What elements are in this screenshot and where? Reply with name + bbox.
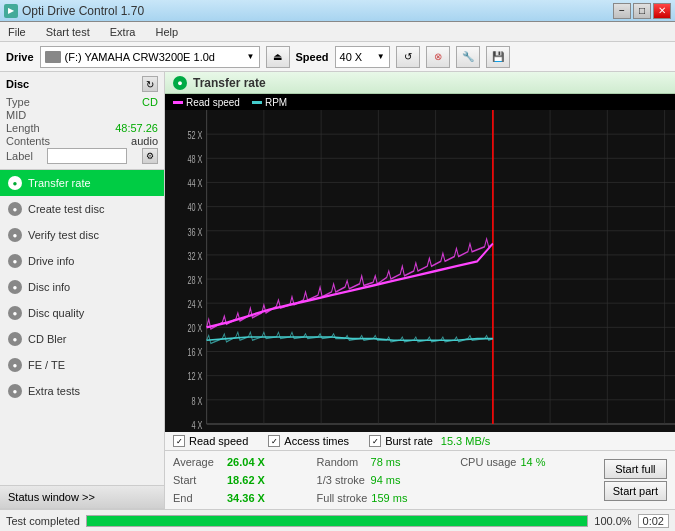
checkbox-read-speed-label: Read speed [189, 435, 248, 447]
type-value: CD [142, 96, 158, 108]
checkbox-read-speed[interactable]: ✓ Read speed [173, 435, 248, 447]
length-label: Length [6, 122, 40, 134]
legend-color-read-speed [173, 101, 183, 104]
drive-value: (F:) YAMAHA CRW3200E 1.0d [65, 51, 215, 63]
nav-icon-extra-tests: ● [8, 384, 22, 398]
contents-value: audio [131, 135, 158, 147]
progress-percent: 100.0% [594, 515, 631, 527]
maximize-button[interactable]: □ [633, 3, 651, 19]
nav-label-drive-info: Drive info [28, 255, 74, 267]
drive-label: Drive [6, 51, 34, 63]
checkbox-read-speed-box[interactable]: ✓ [173, 435, 185, 447]
nav-icon-create: ● [8, 202, 22, 216]
drive-select[interactable]: (F:) YAMAHA CRW3200E 1.0d ▼ [40, 46, 260, 68]
nav-item-create-test-disc[interactable]: ● Create test disc [0, 196, 164, 222]
nav-item-disc-info[interactable]: ● Disc info [0, 274, 164, 300]
end-row: End 34.36 X [173, 489, 317, 507]
label-label: Label [6, 150, 33, 162]
status-window-button[interactable]: Status window >> [0, 485, 164, 509]
nav-item-cd-bler[interactable]: ● CD Bler [0, 326, 164, 352]
menu-extra[interactable]: Extra [106, 24, 140, 40]
speed-select[interactable]: 40 X ▼ [335, 46, 390, 68]
checkbox-burst-rate-label: Burst rate [385, 435, 433, 447]
menu-file[interactable]: File [4, 24, 30, 40]
main-layout: Disc ↻ Type CD MID Length 48:57.26 Conte… [0, 72, 675, 509]
end-value: 34.36 X [227, 492, 265, 504]
start-row: Start 18.62 X [173, 471, 317, 489]
end-label: End [173, 492, 223, 504]
stroke1-value: 94 ms [371, 474, 401, 486]
start-part-button[interactable]: Start part [604, 481, 667, 501]
erase-button[interactable]: ⊗ [426, 46, 450, 68]
avg-row: Average 26.04 X [173, 453, 317, 471]
save-button[interactable]: 💾 [486, 46, 510, 68]
close-button[interactable]: ✕ [653, 3, 671, 19]
start-full-button[interactable]: Start full [604, 459, 667, 479]
svg-text:60: 60 [546, 429, 554, 432]
status-text: Test completed [6, 515, 80, 527]
nav-item-fe-te[interactable]: ● FE / TE [0, 352, 164, 378]
drive-icon [45, 51, 61, 63]
refresh-button[interactable]: ↺ [396, 46, 420, 68]
checkbox-access-times-label: Access times [284, 435, 349, 447]
svg-text:20: 20 [317, 429, 325, 432]
svg-text:30: 30 [374, 429, 382, 432]
svg-text:20 X: 20 X [188, 321, 203, 334]
speed-label: Speed [296, 51, 329, 63]
avg-label: Average [173, 456, 223, 468]
menubar: File Start test Extra Help [0, 22, 675, 42]
chart-icon: ● [173, 76, 187, 90]
svg-text:52 X: 52 X [188, 128, 203, 141]
svg-text:44 X: 44 X [188, 177, 203, 190]
chart-svg: 52 X 48 X 44 X 40 X 36 X 32 X 28 X 24 X … [165, 110, 675, 432]
nav-item-verify-test-disc[interactable]: ● Verify test disc [0, 222, 164, 248]
checkbox-access-times-box[interactable]: ✓ [268, 435, 280, 447]
checkbox-burst-rate[interactable]: ✓ Burst rate 15.3 MB/s [369, 435, 490, 447]
tools-button[interactable]: 🔧 [456, 46, 480, 68]
random-value: 78 ms [371, 456, 401, 468]
disc-refresh-button[interactable]: ↻ [142, 76, 158, 92]
chart-legend: Read speed RPM [165, 94, 675, 110]
bottom-bar: Test completed 100.0% 0:02 [0, 509, 675, 531]
svg-text:48 X: 48 X [188, 152, 203, 165]
legend-color-rpm [252, 101, 262, 104]
menu-start-test[interactable]: Start test [42, 24, 94, 40]
avg-value: 26.04 X [227, 456, 265, 468]
nav-label-transfer-rate: Transfer rate [28, 177, 91, 189]
checkbox-access-times[interactable]: ✓ Access times [268, 435, 349, 447]
nav-item-extra-tests[interactable]: ● Extra tests [0, 378, 164, 404]
svg-text:16 X: 16 X [188, 346, 203, 359]
stats-column2: Random 78 ms 1/3 stroke 94 ms Full strok… [317, 453, 461, 507]
stats-area: Average 26.04 X Start 18.62 X End 34.36 … [165, 451, 675, 509]
minimize-button[interactable]: − [613, 3, 631, 19]
type-label: Type [6, 96, 30, 108]
nav-label-create-test-disc: Create test disc [28, 203, 104, 215]
sidebar: Disc ↻ Type CD MID Length 48:57.26 Conte… [0, 72, 165, 509]
legend-rpm: RPM [252, 97, 287, 108]
cpu-value: 14 % [520, 456, 545, 468]
content-area: ● Transfer rate Read speed RPM [165, 72, 675, 509]
label-settings-button[interactable]: ⚙ [142, 148, 158, 164]
eject-button[interactable]: ⏏ [266, 46, 290, 68]
svg-text:70: 70 [603, 429, 611, 432]
action-buttons: Start full Start part [604, 453, 667, 507]
nav-item-drive-info[interactable]: ● Drive info [0, 248, 164, 274]
nav-item-disc-quality[interactable]: ● Disc quality [0, 300, 164, 326]
svg-text:0: 0 [205, 429, 209, 432]
start-label: Start [173, 474, 223, 486]
fullstroke-label: Full stroke [317, 492, 368, 504]
svg-text:8 X: 8 X [192, 394, 203, 407]
cpu-label: CPU usage [460, 456, 516, 468]
burst-rate-value: 15.3 MB/s [441, 435, 491, 447]
svg-text:40 X: 40 X [188, 201, 203, 214]
nav-icon-drive-info: ● [8, 254, 22, 268]
speed-value: 40 X [340, 51, 363, 63]
checkbox-burst-rate-box[interactable]: ✓ [369, 435, 381, 447]
progress-bar [86, 515, 588, 527]
label-input[interactable] [47, 148, 127, 164]
menu-help[interactable]: Help [151, 24, 182, 40]
window-title: Opti Drive Control 1.70 [22, 4, 144, 18]
time-display: 0:02 [638, 514, 669, 528]
legend-label-rpm: RPM [265, 97, 287, 108]
nav-item-transfer-rate[interactable]: ● Transfer rate [0, 170, 164, 196]
